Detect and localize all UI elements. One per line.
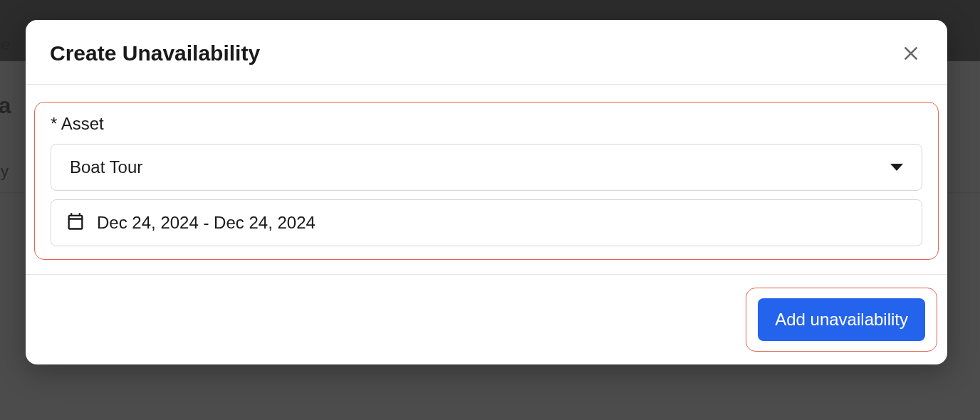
modal-title: Create Unavailability	[50, 41, 260, 65]
footer-highlight-box: Add unavailability	[746, 288, 937, 352]
form-highlight-box: * Asset Boat Tour Dec 24, 2024 - Dec 24,…	[34, 102, 939, 260]
asset-select[interactable]: Boat Tour	[51, 144, 922, 191]
date-range-input[interactable]: Dec 24, 2024 - Dec 24, 2024	[51, 199, 922, 246]
calendar-icon	[66, 211, 85, 234]
modal-footer: Add unavailability	[26, 274, 947, 364]
modal-header: Create Unavailability	[26, 20, 947, 85]
close-icon	[902, 44, 920, 63]
modal-body: * Asset Boat Tour Dec 24, 2024 - Dec 24,…	[26, 85, 947, 274]
add-unavailability-button[interactable]: Add unavailability	[758, 298, 925, 341]
chevron-down-icon	[890, 164, 903, 171]
asset-select-value: Boat Tour	[70, 157, 890, 177]
date-range-value: Dec 24, 2024 - Dec 24, 2024	[97, 213, 316, 233]
close-button[interactable]	[899, 41, 923, 65]
create-unavailability-modal: Create Unavailability * Asset Boat Tour …	[26, 20, 947, 364]
asset-label: * Asset	[51, 114, 922, 134]
